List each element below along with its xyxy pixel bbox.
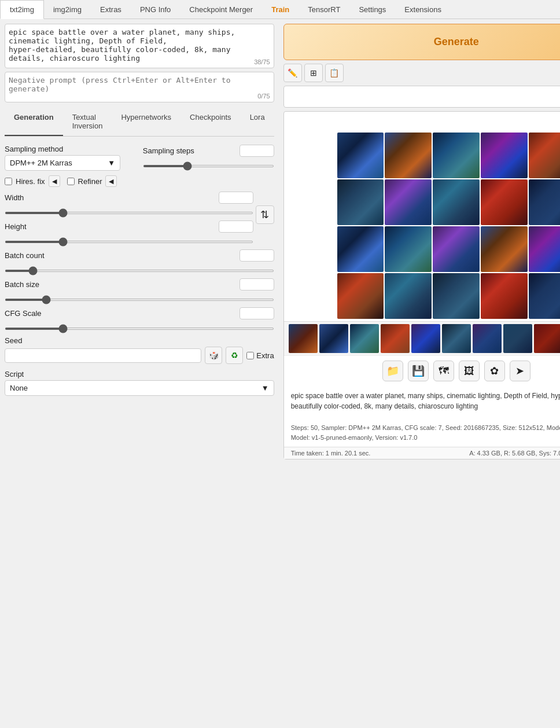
grid-cell-17[interactable] <box>385 273 432 319</box>
hires-fix-label: Hires. fix <box>16 177 45 186</box>
script-dropdown[interactable]: None ▼ <box>5 380 274 396</box>
swap-dimensions-button[interactable]: ⇅ <box>256 205 274 224</box>
cfg-scale-slider[interactable] <box>5 328 274 330</box>
grid-cell-7[interactable] <box>385 179 432 225</box>
cfg-scale-input[interactable]: 7 <box>240 307 274 319</box>
width-label: Width <box>5 193 214 202</box>
batch-count-row: Batch count 10 <box>5 249 274 262</box>
dice-icon-button[interactable]: 🎲 <box>205 347 222 364</box>
grid-cell-1[interactable] <box>337 133 384 178</box>
grid-cell-5[interactable] <box>529 133 560 178</box>
grid-cell-16[interactable] <box>337 273 384 319</box>
sampling-method-dropdown[interactable]: DPM++ 2M Karras ▼ <box>5 155 120 171</box>
sub-tab-textual-inversion[interactable]: Textual Inversion <box>63 108 112 136</box>
clipboard-icon-button[interactable]: 📋 <box>325 64 344 82</box>
arrow-icon-button[interactable]: ➤ <box>510 361 530 381</box>
grid-cell-19[interactable] <box>481 273 528 319</box>
model-search-input[interactable] <box>288 93 560 101</box>
sub-tab-generation[interactable]: Generation <box>5 108 63 136</box>
positive-prompt-input[interactable]: epic space battle over a water planet, m… <box>9 28 270 62</box>
grid-cell-10[interactable] <box>529 179 560 225</box>
thumbnail-7[interactable] <box>473 324 502 353</box>
negative-prompt-box: 0/75 <box>5 72 274 102</box>
sampling-steps-input[interactable]: 50 <box>240 145 274 157</box>
tab-train[interactable]: Train <box>262 0 299 19</box>
grid-cell-15[interactable] <box>529 226 560 272</box>
tab-png-info[interactable]: PNG Info <box>131 0 180 19</box>
grid-icon-button[interactable]: ⊞ <box>304 64 323 82</box>
sampling-method-value: DPM++ 2M Karras <box>10 159 72 167</box>
tab-img2img[interactable]: img2img <box>44 0 91 19</box>
tab-settings[interactable]: Settings <box>349 0 395 19</box>
grid-cell-4[interactable] <box>481 133 528 178</box>
wh-sliders: Width 512 Height 512 <box>5 192 253 245</box>
tab-extensions[interactable]: Extensions <box>395 0 451 19</box>
hires-refiner-row: Hires. fix ◀ Refiner ◀ <box>5 175 274 187</box>
refiner-label: Refiner <box>78 177 102 186</box>
folder-icon-button[interactable]: 📁 <box>382 361 403 381</box>
hires-fix-collapse-btn[interactable]: ◀ <box>49 175 60 187</box>
grid-cell-11[interactable] <box>337 226 384 272</box>
thumbnail-1[interactable] <box>289 324 318 353</box>
batch-size-slider[interactable] <box>5 299 274 301</box>
save-icon-button[interactable]: 💾 <box>408 361 429 381</box>
height-input[interactable]: 512 <box>219 220 253 233</box>
grid-cell-2[interactable] <box>385 133 432 178</box>
height-slider[interactable] <box>5 241 253 243</box>
wh-section: Width 512 Height 512 ⇅ <box>5 192 274 245</box>
recycle-icon-button[interactable]: ♻ <box>226 347 243 364</box>
hires-fix-checkbox[interactable] <box>5 178 12 185</box>
grid-cell-8[interactable] <box>433 179 480 225</box>
thumbnail-8[interactable] <box>503 324 532 353</box>
extra-checkbox[interactable] <box>246 352 254 359</box>
positive-prompt-box: epic space battle over a water planet, m… <box>5 24 274 68</box>
thumbnail-2[interactable] <box>319 324 348 353</box>
batch-size-input[interactable]: 2 <box>240 278 274 291</box>
thumbnail-5[interactable] <box>411 324 440 353</box>
refiner-collapse-btn[interactable]: ◀ <box>105 175 117 187</box>
sub-tab-lora[interactable]: Lora <box>241 108 274 136</box>
thumbnail-3[interactable] <box>350 324 379 353</box>
tab-txt2img[interactable]: txt2img <box>0 0 44 19</box>
grid-cell-18[interactable] <box>433 273 480 319</box>
sub-tab-hypernetworks[interactable]: Hypernetworks <box>112 108 180 136</box>
cfg-scale-label: CFG Scale <box>5 309 235 318</box>
thumbnail-6[interactable] <box>442 324 471 353</box>
seed-input[interactable]: -1 <box>5 348 201 363</box>
grid2-icon-button[interactable]: 🗺 <box>433 361 454 381</box>
grid-cell-3[interactable] <box>433 133 480 178</box>
tab-tensorrt[interactable]: TensorRT <box>299 0 349 19</box>
tab-extras[interactable]: Extras <box>91 0 131 19</box>
tab-checkpoint-merger[interactable]: Checkpoint Merger <box>180 0 262 19</box>
height-row: Height 512 <box>5 220 253 233</box>
grid-cell-12[interactable] <box>385 226 432 272</box>
image-icon-button[interactable]: 🖼 <box>459 361 480 381</box>
width-slider[interactable] <box>5 212 253 214</box>
sampling-right: Sampling steps 50 <box>143 145 274 169</box>
toolbar-icon-row: ✏️ ⊞ 📋 <box>283 64 560 82</box>
grid-cell-14[interactable] <box>481 226 528 272</box>
negative-prompt-input[interactable] <box>9 76 270 97</box>
output-controls: ⬇ ✕ <box>284 112 560 130</box>
thumbnail-9[interactable] <box>534 324 560 353</box>
sampling-steps-slider[interactable] <box>143 165 274 167</box>
width-input[interactable]: 512 <box>219 192 253 204</box>
grid-cell-9[interactable] <box>481 179 528 225</box>
right-panel: Generate ✏️ ⊞ 📋 × ▾ 🖌 ⬇ ✕ <box>279 19 560 464</box>
batch-count-input[interactable]: 10 <box>240 249 274 262</box>
refiner-checkbox[interactable] <box>67 178 75 185</box>
batch-count-slider[interactable] <box>5 270 274 272</box>
generate-button[interactable]: Generate <box>283 24 560 60</box>
sampling-steps-row: Sampling steps 50 <box>143 145 274 157</box>
script-dropdown-arrow-icon: ▼ <box>261 384 269 392</box>
grid-cell-20[interactable] <box>529 273 560 319</box>
flower-icon-button[interactable]: ✿ <box>484 361 505 381</box>
pencil-icon-button[interactable]: ✏️ <box>283 64 302 82</box>
status-bar: Time taken: 1 min. 20.1 sec. A: 4.33 GB,… <box>284 447 560 459</box>
grid-cell-13[interactable] <box>433 226 480 272</box>
batch-count-label: Batch count <box>5 251 235 260</box>
sampling-row: Sampling method DPM++ 2M Karras ▼ Sampli… <box>5 145 274 171</box>
sub-tab-checkpoints[interactable]: Checkpoints <box>180 108 241 136</box>
grid-cell-6[interactable] <box>337 179 384 225</box>
thumbnail-4[interactable] <box>381 324 410 353</box>
